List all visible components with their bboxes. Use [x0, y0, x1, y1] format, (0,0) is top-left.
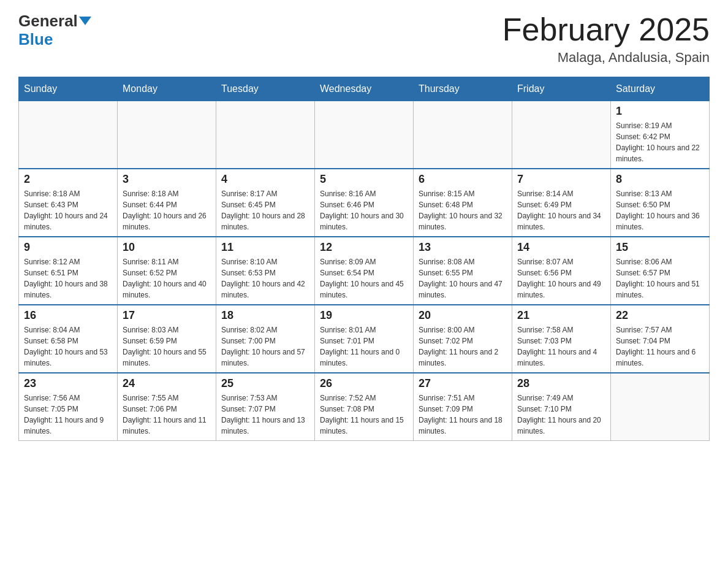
day-info: Sunrise: 8:00 AM — [419, 324, 507, 335]
day-info: Daylight: 10 hours and 28 minutes. — [221, 210, 309, 232]
table-row — [414, 101, 512, 169]
table-row — [611, 373, 710, 441]
day-info: Daylight: 11 hours and 13 minutes. — [221, 415, 309, 437]
header-thursday: Thursday — [414, 77, 512, 101]
day-info: Daylight: 10 hours and 51 minutes. — [616, 278, 704, 301]
day-info: Sunrise: 8:09 AM — [320, 256, 408, 267]
day-info: Sunrise: 7:51 AM — [419, 393, 507, 404]
table-row: 4Sunrise: 8:17 AMSunset: 6:45 PMDaylight… — [216, 169, 315, 237]
day-info: Daylight: 10 hours and 40 minutes. — [123, 278, 211, 301]
table-row — [118, 101, 216, 169]
calendar-week-row: 16Sunrise: 8:04 AMSunset: 6:58 PMDayligh… — [19, 305, 710, 373]
calendar-week-row: 9Sunrise: 8:12 AMSunset: 6:51 PMDaylight… — [19, 237, 710, 305]
day-number: 23 — [24, 377, 112, 390]
table-row: 5Sunrise: 8:16 AMSunset: 6:46 PMDaylight… — [315, 169, 414, 237]
day-number: 11 — [221, 241, 309, 254]
day-info: Sunset: 7:05 PM — [24, 404, 112, 415]
day-info: Sunset: 6:53 PM — [221, 267, 309, 278]
table-row: 13Sunrise: 8:08 AMSunset: 6:55 PMDayligh… — [414, 237, 512, 305]
day-info: Sunrise: 8:04 AM — [24, 324, 112, 335]
day-info: Sunset: 6:59 PM — [123, 335, 211, 347]
day-info: Daylight: 10 hours and 34 minutes. — [517, 210, 605, 232]
header-friday: Friday — [512, 77, 611, 101]
day-number: 15 — [616, 241, 704, 254]
day-number: 25 — [221, 377, 309, 390]
day-info: Daylight: 10 hours and 57 minutes. — [221, 347, 309, 369]
day-info: Sunrise: 7:58 AM — [517, 324, 605, 335]
day-info: Daylight: 10 hours and 42 minutes. — [221, 278, 309, 301]
day-info: Sunset: 7:06 PM — [123, 404, 211, 415]
day-info: Sunrise: 7:53 AM — [221, 393, 309, 404]
day-info: Daylight: 11 hours and 20 minutes. — [517, 415, 605, 437]
day-info: Daylight: 10 hours and 36 minutes. — [616, 210, 704, 232]
table-row: 2Sunrise: 8:18 AMSunset: 6:43 PMDaylight… — [19, 169, 118, 237]
day-number: 5 — [320, 173, 408, 186]
day-info: Sunrise: 8:06 AM — [616, 256, 704, 267]
day-info: Sunset: 6:46 PM — [320, 199, 408, 210]
day-info: Daylight: 10 hours and 32 minutes. — [419, 210, 507, 232]
calendar-title: February 2025 — [502, 12, 710, 47]
table-row — [512, 101, 611, 169]
day-number: 1 — [616, 105, 704, 118]
day-info: Sunrise: 8:10 AM — [221, 256, 309, 267]
table-row: 11Sunrise: 8:10 AMSunset: 6:53 PMDayligh… — [216, 237, 315, 305]
day-info: Sunset: 6:48 PM — [419, 199, 507, 210]
day-number: 3 — [123, 173, 211, 186]
day-info: Sunset: 7:09 PM — [419, 404, 507, 415]
day-info: Sunset: 7:02 PM — [419, 335, 507, 347]
table-row: 20Sunrise: 8:00 AMSunset: 7:02 PMDayligh… — [414, 305, 512, 373]
day-number: 17 — [123, 309, 211, 322]
logo-triangle-icon — [79, 17, 91, 25]
day-info: Daylight: 11 hours and 15 minutes. — [320, 415, 408, 437]
day-info: Sunrise: 8:17 AM — [221, 188, 309, 199]
header-monday: Monday — [118, 77, 216, 101]
table-row: 8Sunrise: 8:13 AMSunset: 6:50 PMDaylight… — [611, 169, 710, 237]
day-number: 28 — [517, 377, 605, 390]
day-info: Sunset: 6:43 PM — [24, 199, 112, 210]
day-number: 10 — [123, 241, 211, 254]
day-info: Sunrise: 8:02 AM — [221, 324, 309, 335]
table-row: 21Sunrise: 7:58 AMSunset: 7:03 PMDayligh… — [512, 305, 611, 373]
day-info: Daylight: 11 hours and 18 minutes. — [419, 415, 507, 437]
day-info: Daylight: 11 hours and 6 minutes. — [616, 347, 704, 369]
day-info: Daylight: 10 hours and 30 minutes. — [320, 210, 408, 232]
day-info: Sunset: 6:52 PM — [123, 267, 211, 278]
header-saturday: Saturday — [611, 77, 710, 101]
table-row: 3Sunrise: 8:18 AMSunset: 6:44 PMDaylight… — [118, 169, 216, 237]
day-number: 22 — [616, 309, 704, 322]
day-info: Sunrise: 8:14 AM — [517, 188, 605, 199]
day-info: Sunset: 6:58 PM — [24, 335, 112, 347]
day-info: Sunset: 6:49 PM — [517, 199, 605, 210]
table-row: 9Sunrise: 8:12 AMSunset: 6:51 PMDaylight… — [19, 237, 118, 305]
header-tuesday: Tuesday — [216, 77, 315, 101]
day-info: Sunset: 6:44 PM — [123, 199, 211, 210]
day-info: Sunrise: 8:12 AM — [24, 256, 112, 267]
day-number: 16 — [24, 309, 112, 322]
logo-text: General — [18, 12, 91, 30]
day-info: Sunset: 7:04 PM — [616, 335, 704, 347]
day-info: Sunset: 7:03 PM — [517, 335, 605, 347]
table-row: 23Sunrise: 7:56 AMSunset: 7:05 PMDayligh… — [19, 373, 118, 441]
day-number: 24 — [123, 377, 211, 390]
day-info: Sunrise: 8:18 AM — [24, 188, 112, 199]
day-info: Daylight: 11 hours and 0 minutes. — [320, 347, 408, 369]
day-info: Sunrise: 8:03 AM — [123, 324, 211, 335]
table-row: 12Sunrise: 8:09 AMSunset: 6:54 PMDayligh… — [315, 237, 414, 305]
day-info: Daylight: 11 hours and 11 minutes. — [123, 415, 211, 437]
day-info: Sunrise: 8:18 AM — [123, 188, 211, 199]
day-number: 14 — [517, 241, 605, 254]
calendar-week-row: 2Sunrise: 8:18 AMSunset: 6:43 PMDaylight… — [19, 169, 710, 237]
day-info: Sunrise: 8:01 AM — [320, 324, 408, 335]
day-info: Sunrise: 8:15 AM — [419, 188, 507, 199]
day-info: Daylight: 10 hours and 53 minutes. — [24, 347, 112, 369]
day-info: Sunset: 6:57 PM — [616, 267, 704, 278]
calendar-week-row: 1Sunrise: 8:19 AMSunset: 6:42 PMDaylight… — [19, 101, 710, 169]
table-row: 19Sunrise: 8:01 AMSunset: 7:01 PMDayligh… — [315, 305, 414, 373]
day-info: Sunset: 7:08 PM — [320, 404, 408, 415]
day-number: 20 — [419, 309, 507, 322]
table-row: 16Sunrise: 8:04 AMSunset: 6:58 PMDayligh… — [19, 305, 118, 373]
day-number: 6 — [419, 173, 507, 186]
page-header: General Blue February 2025 Malaga, Andal… — [18, 12, 710, 66]
day-number: 26 — [320, 377, 408, 390]
day-number: 19 — [320, 309, 408, 322]
